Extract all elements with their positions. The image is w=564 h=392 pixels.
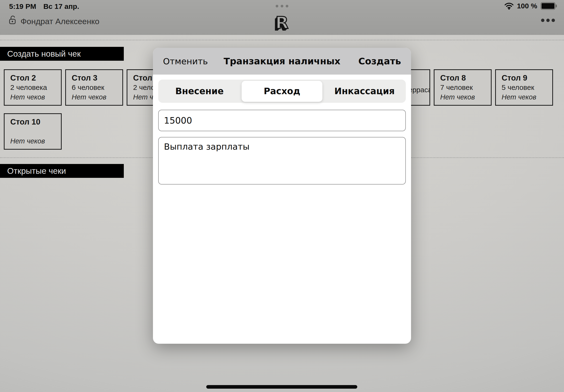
table-guests: 7 человек — [440, 84, 473, 92]
tab-deposit[interactable]: Внесение — [158, 80, 241, 103]
table-card-8[interactable]: Стол 8 7 человек Нет чеков — [434, 69, 492, 106]
header-separator — [0, 40, 564, 40]
tab-expense[interactable]: Расход — [241, 80, 323, 103]
table-card-10[interactable]: Стол 10 Нет чеков — [4, 113, 62, 150]
unlock-icon[interactable] — [9, 15, 17, 25]
comment-input[interactable]: Выплата зарплаты — [158, 137, 406, 184]
table-status: Нет чеков — [72, 93, 106, 101]
table-card-3[interactable]: Стол 3 6 человек Нет чеков — [65, 69, 123, 106]
table-name: Стол 8 — [440, 73, 466, 83]
cash-transaction-modal: Отменить Транзакция наличных Создать Вне… — [153, 48, 411, 344]
table-guests: 2 человека — [10, 84, 47, 92]
create-button[interactable]: Создать — [358, 48, 401, 75]
table-name: Стол 3 — [72, 73, 97, 83]
table-card-9[interactable]: Стол 9 5 человек Нет чеков — [495, 69, 553, 106]
table-status: Нет чеков — [10, 93, 45, 101]
table-status: Нет чеков — [502, 93, 536, 101]
battery-percent: 100 % — [517, 2, 537, 10]
more-menu-button[interactable] — [541, 19, 555, 22]
transaction-type-segmented-control: Внесение Расход Инкассация — [158, 80, 406, 103]
table-name: Стол 10 — [10, 117, 40, 126]
battery-icon — [541, 2, 555, 10]
table-status: Нет чеков — [440, 93, 475, 101]
home-indicator[interactable] — [206, 385, 357, 389]
section-title-open-checks: Открытые чеки — [0, 164, 124, 178]
top-band: 5:19 PM Вс 17 апр. 100 % — [0, 0, 564, 35]
status-date: Вс 17 апр. — [43, 2, 79, 11]
amount-input[interactable] — [158, 110, 406, 131]
section-title-create-check: Создать новый чек — [0, 47, 124, 61]
status-bar: 5:19 PM Вс 17 апр. 100 % — [0, 0, 564, 12]
table-card-2[interactable]: Стол 2 2 человека Нет чеков — [4, 69, 62, 106]
wifi-icon — [505, 2, 514, 10]
table-status: Нет чеков — [10, 137, 45, 145]
current-user-name[interactable]: Фондрат Алексеенко — [21, 17, 99, 26]
table-name-fragment: ерраса — [408, 86, 430, 94]
multitask-dots-icon — [276, 5, 289, 7]
tab-collection[interactable]: Инкассация — [323, 80, 406, 103]
table-name: Стол 2 — [10, 73, 36, 83]
table-guests: 6 человек — [72, 84, 104, 92]
table-name: Стол 9 — [502, 73, 527, 83]
app-logo-icon: R — [275, 12, 289, 33]
modal-header: Отменить Транзакция наличных Создать — [153, 48, 411, 75]
app-header: Фондрат Алексеенко R — [0, 12, 564, 35]
table-guests: 5 человек — [502, 84, 534, 92]
status-time: 5:19 PM — [9, 2, 36, 11]
